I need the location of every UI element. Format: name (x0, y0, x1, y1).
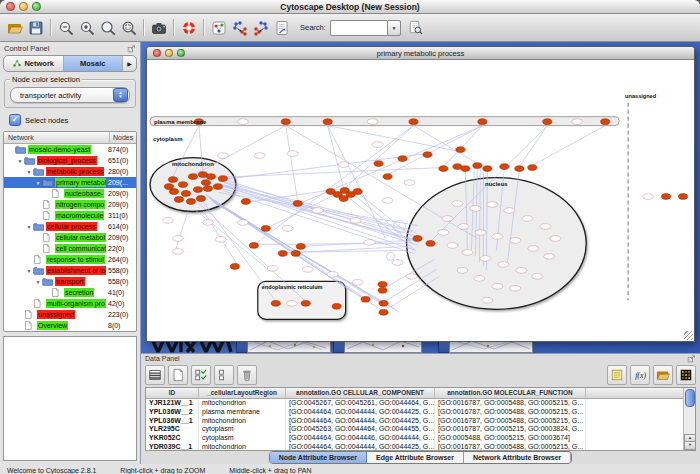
network-node[interactable] (515, 166, 524, 172)
network-node[interactable] (678, 194, 687, 200)
snapshot-icon[interactable] (148, 17, 169, 38)
network-node[interactable] (378, 287, 387, 293)
table-row[interactable]: YKR052Ccytoplasm[GO:0044464, GO:0044446,… (146, 434, 695, 443)
network-node[interactable] (426, 241, 435, 247)
open-session-icon[interactable] (4, 17, 25, 38)
network-node[interactable] (374, 161, 383, 167)
table-row[interactable]: YPL036W__1mitochondrion[GO:0044464, GO:0… (146, 417, 695, 426)
zoom-button[interactable] (32, 2, 41, 11)
tab-node-attribute-browser[interactable]: Node Attribute Browser (270, 452, 367, 463)
scrollbar-thumb[interactable] (685, 389, 695, 407)
network-node[interactable] (213, 184, 222, 190)
float-panel-icon[interactable] (687, 354, 696, 363)
tab-network[interactable]: Network (4, 56, 64, 71)
column-header[interactable] (586, 388, 695, 398)
network-node[interactable] (271, 300, 280, 306)
network-node[interactable] (293, 201, 302, 207)
table-scrollbar[interactable]: ▲ ▼ (683, 388, 695, 450)
network-node[interactable] (230, 263, 239, 269)
network-node[interactable] (661, 194, 670, 200)
close-button[interactable] (153, 49, 161, 57)
column-header[interactable]: _cellularLayoutRegion (199, 388, 286, 398)
tree-column-nodes[interactable]: Nodes (110, 134, 136, 141)
network-node[interactable] (361, 296, 370, 302)
tree-row[interactable]: cellular metabol209(0) (4, 232, 136, 243)
table-row[interactable]: YDR039C__1mitochondrion[GO:0044464, GO:0… (146, 443, 695, 451)
tab-mosaic[interactable]: Mosaic (64, 56, 124, 71)
disclosure-triangle-icon[interactable]: ▼ (34, 180, 42, 186)
network-node[interactable] (291, 251, 300, 257)
table-row[interactable]: YLR295Ccytoplasm[GO:0045263, GO:0044464,… (146, 425, 695, 434)
tree-row[interactable]: cell communicat22(0) (4, 243, 136, 254)
tab-edge-attribute-browser[interactable]: Edge Attribute Browser (367, 452, 464, 463)
search-dropdown-button[interactable]: ▼ (387, 20, 401, 36)
network-node[interactable] (398, 156, 407, 162)
select-attributes-icon[interactable] (191, 365, 211, 385)
table-row[interactable]: YJR121W__1mitochondrion[GO:0045267, GO:0… (146, 399, 695, 408)
tree-row[interactable]: ▼biological_process651(0) (4, 155, 136, 166)
tab-network-attribute-browser[interactable]: Network Attribute Browser (464, 452, 571, 463)
tree-row[interactable]: Overview8(0) (4, 320, 136, 331)
network-node[interactable] (439, 166, 448, 172)
attribute-search-icon[interactable] (405, 17, 426, 38)
network-node[interactable] (203, 186, 212, 192)
network-node[interactable] (379, 300, 388, 306)
tree-row[interactable]: unassigned223(0) (4, 309, 136, 320)
tree-row[interactable]: nitrogen compo209(0) (4, 199, 136, 210)
select-nodes-checkbox[interactable]: ✓ (9, 114, 21, 126)
tree-row[interactable]: secretion41(0) (4, 287, 136, 298)
minimize-button[interactable] (19, 2, 28, 11)
network-node[interactable] (353, 189, 362, 195)
matrix-view-icon[interactable] (676, 365, 696, 385)
zoom-selected-icon[interactable] (118, 17, 139, 38)
network-node[interactable] (241, 199, 250, 205)
network-node[interactable] (528, 165, 537, 171)
disclosure-triangle-icon[interactable]: ▼ (34, 279, 42, 285)
attribute-table-icon[interactable] (145, 365, 165, 385)
save-session-icon[interactable] (25, 17, 46, 38)
tree-row[interactable]: nucleobase-209(0) (4, 188, 136, 199)
column-header[interactable]: ID (146, 388, 199, 398)
network-node[interactable] (483, 166, 492, 172)
network-node[interactable] (201, 180, 210, 186)
network-node[interactable] (601, 119, 610, 125)
network-node[interactable] (378, 281, 387, 287)
column-header[interactable]: annotation.GO CELLULAR_COMPONENT (286, 388, 435, 398)
network-node[interactable] (196, 196, 205, 202)
network-node[interactable] (178, 182, 187, 188)
tree-row[interactable]: macromolecule311(0) (4, 210, 136, 221)
disclosure-triangle-icon[interactable]: ▼ (25, 268, 33, 274)
network-node[interactable] (423, 152, 432, 158)
network-node[interactable] (323, 119, 332, 125)
disclosure-triangle-icon[interactable]: ▼ (16, 158, 24, 164)
network-view-window[interactable]: primary metabolic process plasma membran… (146, 46, 695, 342)
network-node[interactable] (218, 176, 227, 182)
tree-row[interactable]: ▼transport558(0) (4, 276, 136, 287)
network-node[interactable] (478, 119, 487, 125)
network-node[interactable] (281, 119, 290, 125)
scroll-down-icon[interactable]: ▼ (684, 441, 696, 450)
network-node[interactable] (456, 147, 465, 153)
function-builder-icon[interactable]: f(x) (630, 365, 650, 385)
network-node[interactable] (543, 119, 552, 125)
network-node[interactable] (339, 196, 348, 202)
network-node[interactable] (500, 164, 509, 170)
network-canvas[interactable]: plasma membranecytoplasmmitochondrionnuc… (148, 60, 693, 341)
network-window-titlebar[interactable]: primary metabolic process (147, 47, 694, 60)
float-panel-icon[interactable] (127, 44, 136, 53)
close-button[interactable] (6, 2, 15, 11)
layout-a-icon[interactable] (229, 17, 250, 38)
new-network-icon[interactable] (208, 17, 229, 38)
network-node[interactable] (181, 191, 190, 197)
layout-b-icon[interactable] (250, 17, 271, 38)
network-node[interactable] (174, 197, 183, 203)
search-input[interactable] (330, 20, 387, 36)
network-node[interactable] (261, 226, 270, 232)
delete-attribute-icon[interactable] (237, 365, 257, 385)
zoom-fit-icon[interactable] (97, 17, 118, 38)
network-node[interactable] (301, 300, 310, 306)
unselect-attributes-icon[interactable] (214, 365, 234, 385)
tree-row[interactable]: response to stimul264(0) (4, 254, 136, 265)
tree-column-network[interactable]: Network (4, 132, 110, 143)
network-node[interactable] (409, 119, 418, 125)
